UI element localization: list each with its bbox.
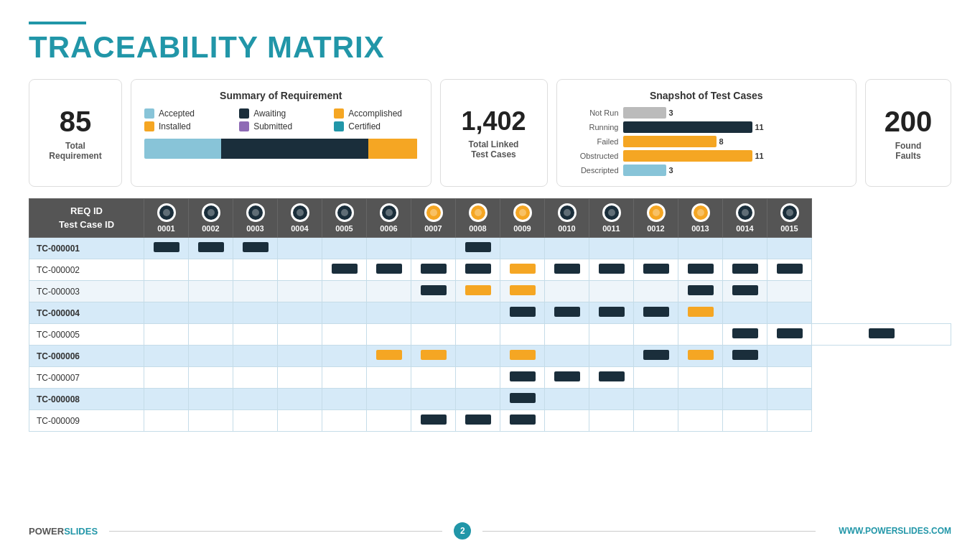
matrix-cell bbox=[411, 367, 456, 389]
snapshot-row-obstructed: Obstructed 11 bbox=[570, 150, 844, 162]
matrix-cell bbox=[678, 367, 723, 389]
matrix-cell bbox=[545, 238, 589, 259]
matrix-cell bbox=[634, 259, 678, 281]
matrix-cell bbox=[545, 346, 589, 367]
circle-0001 bbox=[157, 203, 176, 222]
matrix-header-req-id: REQ IDTest Case ID bbox=[29, 199, 144, 238]
matrix-cell bbox=[723, 281, 767, 302]
matrix-cell bbox=[767, 281, 812, 302]
matrix-cell bbox=[589, 302, 634, 324]
matrix-cell bbox=[634, 324, 678, 346]
matrix-cell bbox=[500, 410, 545, 432]
matrix-row-id: TC-000002 bbox=[29, 259, 144, 281]
legend-accomplished: Accomplished bbox=[334, 108, 417, 119]
cell-block-dark bbox=[732, 285, 758, 295]
legend-submitted: Submitted bbox=[239, 121, 322, 131]
cell-block-dark bbox=[869, 328, 895, 338]
matrix-cell bbox=[278, 259, 322, 281]
matrix-cell bbox=[278, 389, 322, 410]
matrix-cell bbox=[278, 281, 322, 302]
snapshot-label-descripted: Descripted bbox=[570, 166, 619, 175]
faults-number: 200 bbox=[885, 106, 933, 138]
matrix-cell bbox=[278, 367, 322, 389]
matrix-cell bbox=[678, 324, 723, 346]
summary-title: Summary of Requirement bbox=[144, 90, 418, 101]
matrix-cell bbox=[589, 346, 634, 367]
cell-block-orange bbox=[510, 350, 536, 360]
legend-dot-accomplished bbox=[334, 108, 344, 119]
cell-block-dark bbox=[732, 264, 758, 274]
matrix-cell bbox=[456, 410, 500, 432]
card-summary-requirement: Summary of Requirement Accepted Awaiting… bbox=[131, 79, 431, 187]
legend-dot-submitted bbox=[239, 121, 249, 131]
legend-label-submitted: Submitted bbox=[253, 121, 292, 131]
table-row: TC-000004 bbox=[29, 302, 951, 324]
card-total-requirement: 85 TotalRequirement bbox=[29, 79, 122, 187]
matrix-cell bbox=[500, 302, 545, 324]
matrix-cell bbox=[322, 324, 367, 346]
footer-brand: POWERSLIDES bbox=[29, 526, 98, 537]
matrix-cell bbox=[144, 302, 189, 324]
page: TRACEABILITY MATRIX 85 TotalRequirement … bbox=[0, 0, 980, 551]
legend-dot-accepted bbox=[144, 108, 154, 119]
circle-0014 bbox=[736, 203, 755, 222]
matrix-cell bbox=[233, 367, 278, 389]
matrix-cell bbox=[411, 302, 456, 324]
header-accent-bar bbox=[29, 22, 86, 24]
matrix-cell bbox=[678, 410, 723, 432]
snapshot-bar-obstructed bbox=[623, 150, 752, 162]
matrix-cell bbox=[767, 367, 812, 389]
matrix-cell bbox=[812, 324, 951, 346]
table-row: TC-000005 bbox=[29, 324, 951, 346]
matrix-col-0014: 0014 bbox=[723, 199, 767, 238]
table-row: TC-000001 bbox=[29, 238, 951, 259]
title-teal: MATRIX bbox=[267, 30, 385, 64]
matrix-cell bbox=[545, 367, 589, 389]
bar-accepted bbox=[144, 139, 221, 159]
matrix-col-0015: 0015 bbox=[767, 199, 812, 238]
matrix-cell bbox=[411, 281, 456, 302]
matrix-cell bbox=[500, 259, 545, 281]
cell-block-orange bbox=[688, 307, 714, 317]
matrix-cell bbox=[634, 346, 678, 367]
legend-label-certified: Certified bbox=[348, 121, 381, 131]
matrix-cell bbox=[233, 302, 278, 324]
circle-0002 bbox=[202, 203, 220, 222]
matrix-cell bbox=[278, 238, 322, 259]
circle-0008 bbox=[469, 203, 487, 222]
matrix-col-0001: 0001 bbox=[144, 199, 189, 238]
matrix-col-0003: 0003 bbox=[233, 199, 278, 238]
legend-accepted: Accepted bbox=[144, 108, 228, 119]
snapshot-val-failed: 8 bbox=[719, 137, 724, 146]
matrix-row-id: TC-000008 bbox=[29, 389, 144, 410]
matrix-cell bbox=[634, 302, 678, 324]
cell-block-dark bbox=[465, 415, 491, 425]
brand-power: POWER bbox=[29, 526, 64, 537]
matrix-row-id: TC-000007 bbox=[29, 367, 144, 389]
matrix-cell bbox=[678, 302, 723, 324]
matrix-cell bbox=[500, 238, 545, 259]
matrix-cell bbox=[767, 259, 812, 281]
legend-label-installed: Installed bbox=[159, 121, 191, 131]
cell-block-dark bbox=[421, 285, 447, 295]
cell-block-dark bbox=[243, 242, 269, 252]
matrix-col-0006: 0006 bbox=[367, 199, 411, 238]
page-title: TRACEABILITY MATRIX bbox=[29, 30, 951, 65]
matrix-cell bbox=[278, 324, 322, 346]
bar-accomplished bbox=[368, 139, 417, 159]
matrix-col-0013: 0013 bbox=[678, 199, 723, 238]
snapshot-bar-notrun bbox=[623, 107, 666, 119]
circle-0003 bbox=[246, 203, 265, 222]
matrix-cell bbox=[233, 259, 278, 281]
cell-block-dark bbox=[599, 371, 625, 381]
snapshot-bar-notrun-wrap: 3 bbox=[623, 107, 673, 119]
matrix-cell bbox=[723, 259, 767, 281]
table-row: TC-000009 bbox=[29, 410, 951, 432]
snapshot-row-failed: Failed 8 bbox=[570, 136, 844, 147]
card-snapshot: Snapshot of Test Cases Not Run 3 Running… bbox=[556, 79, 857, 187]
circle-0012 bbox=[647, 203, 666, 222]
snapshot-val-running: 11 bbox=[755, 123, 764, 131]
matrix-cell bbox=[367, 410, 411, 432]
circle-0009 bbox=[513, 203, 532, 222]
matrix-cell bbox=[411, 410, 456, 432]
